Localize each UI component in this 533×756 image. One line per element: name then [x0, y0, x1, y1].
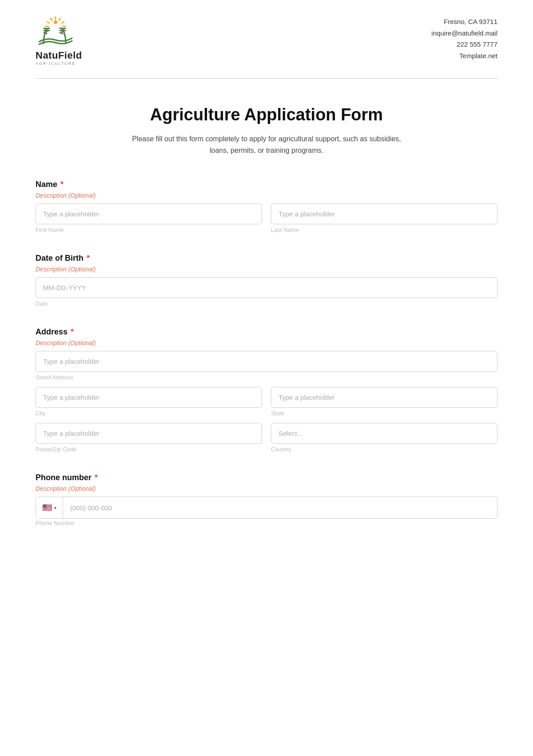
- dob-description: Description (Optional): [36, 266, 497, 273]
- address-description: Description (Optional): [36, 339, 497, 346]
- zip-input[interactable]: [36, 423, 262, 444]
- form-description: Please fill out this form completely to …: [36, 133, 497, 156]
- zip-sub-label: Postal/Zip Code: [36, 446, 262, 453]
- dob-section: Date of Birth * Description (Optional) D…: [36, 254, 497, 307]
- country-select[interactable]: Select... United States Canada Mexico Un…: [271, 423, 497, 444]
- logo-name: NatuField: [36, 50, 82, 61]
- name-input-row: First Name Last Name: [36, 203, 497, 233]
- form-title: Agriculture Application Form: [36, 105, 497, 124]
- logo-icon: [36, 16, 76, 48]
- svg-line-2: [59, 18, 60, 20]
- logo-area: NatuField AGR·ICULTURE: [36, 16, 82, 66]
- phone-number-input[interactable]: [63, 497, 497, 518]
- name-label: Name *: [36, 180, 497, 189]
- state-col: State: [271, 387, 497, 417]
- phone-description: Description (Optional): [36, 485, 497, 492]
- country-col: Select... United States Canada Mexico Un…: [271, 423, 497, 453]
- last-name-label: Last Name: [271, 227, 497, 233]
- zip-country-row: Postal/Zip Code Select... United States …: [36, 423, 497, 453]
- phone-label: Phone number *: [36, 473, 497, 482]
- chevron-down-icon: ▾: [54, 505, 56, 510]
- svg-line-4: [51, 18, 52, 20]
- name-section: Name * Description (Optional) First Name…: [36, 180, 497, 233]
- street-input[interactable]: [36, 351, 497, 372]
- phone-flag-button[interactable]: 🇺🇸 ▾: [36, 497, 63, 518]
- address-label: Address *: [36, 327, 497, 337]
- first-name-label: First Name: [36, 227, 262, 233]
- page-header: NatuField AGR·ICULTURE Fresno, CA 93711 …: [0, 0, 533, 78]
- first-name-input[interactable]: [36, 203, 262, 224]
- dob-input-row: Date: [36, 277, 497, 307]
- city-sub-label: City: [36, 410, 262, 417]
- contact-email: inquire@natufield.mail: [431, 28, 497, 39]
- state-sub-label: State: [271, 410, 497, 417]
- address-section: Address * Description (Optional) Street …: [36, 327, 497, 453]
- date-col: Date: [36, 277, 497, 307]
- street-sub-label: Street Address: [36, 374, 497, 381]
- flag-emoji: 🇺🇸: [42, 503, 52, 513]
- date-input[interactable]: [36, 277, 497, 298]
- svg-line-3: [62, 22, 64, 23]
- city-col: City: [36, 387, 262, 417]
- street-row: Street Address: [36, 351, 497, 381]
- contact-phone: 222 555 7777: [431, 39, 497, 50]
- phone-sub-label: Phone Number: [36, 520, 74, 526]
- phone-input-row: 🇺🇸 ▾: [36, 497, 497, 519]
- zip-col: Postal/Zip Code: [36, 423, 262, 453]
- contact-address: Fresno, CA 93711: [431, 16, 497, 28]
- city-input[interactable]: [36, 387, 262, 408]
- last-name-col: Last Name: [271, 203, 497, 233]
- city-state-row: City State: [36, 387, 497, 417]
- last-name-input[interactable]: [271, 203, 497, 224]
- state-input[interactable]: [271, 387, 497, 408]
- first-name-col: First Name: [36, 203, 262, 233]
- svg-point-0: [54, 20, 57, 24]
- dob-label: Date of Birth *: [36, 254, 497, 263]
- street-col: Street Address: [36, 351, 497, 381]
- svg-line-5: [47, 22, 49, 23]
- date-sub-label: Date: [36, 300, 497, 307]
- country-sub-label: Country: [271, 446, 497, 453]
- phone-section: Phone number * Description (Optional) 🇺🇸…: [36, 473, 497, 527]
- name-description: Description (Optional): [36, 192, 497, 199]
- header-contact: Fresno, CA 93711 inquire@natufield.mail …: [431, 16, 497, 61]
- logo-sub: AGR·ICULTURE: [36, 61, 76, 66]
- contact-website: Template.net: [431, 50, 497, 62]
- main-content: Agriculture Application Form Please fill…: [0, 79, 533, 583]
